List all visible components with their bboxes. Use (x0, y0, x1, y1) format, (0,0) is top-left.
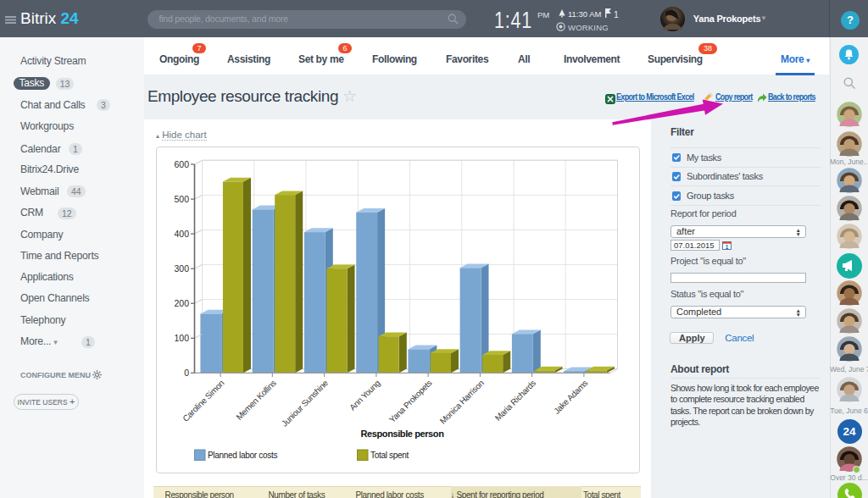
svg-text:Yana Prokopets: Yana Prokopets (387, 378, 434, 424)
svg-text:Planned labor costs: Planned labor costs (208, 451, 277, 460)
svg-text:Maria Richards: Maria Richards (493, 378, 538, 423)
svg-text:Responsible person: Responsible person (361, 429, 445, 439)
svg-text:Juniour Sunshine: Juniour Sunshine (280, 378, 331, 429)
svg-text:Jake Adams: Jake Adams (552, 378, 589, 415)
svg-text:500: 500 (174, 194, 189, 204)
svg-text:100: 100 (174, 333, 189, 343)
svg-text:1: 1 (726, 244, 729, 250)
svg-text:Memen Kollins: Memen Kollins (234, 378, 278, 422)
svg-text:Total spent: Total spent (370, 451, 409, 460)
svg-text:300: 300 (174, 263, 189, 274)
svg-text:0: 0 (184, 368, 189, 378)
svg-text:200: 200 (174, 298, 189, 308)
svg-text:400: 400 (174, 229, 189, 239)
svg-text:Monica Harrison: Monica Harrison (438, 379, 486, 426)
svg-text:Ann Young: Ann Young (348, 379, 381, 412)
svg-text:600: 600 (174, 159, 189, 169)
svg-text:Caroline Simon: Caroline Simon (181, 379, 225, 423)
